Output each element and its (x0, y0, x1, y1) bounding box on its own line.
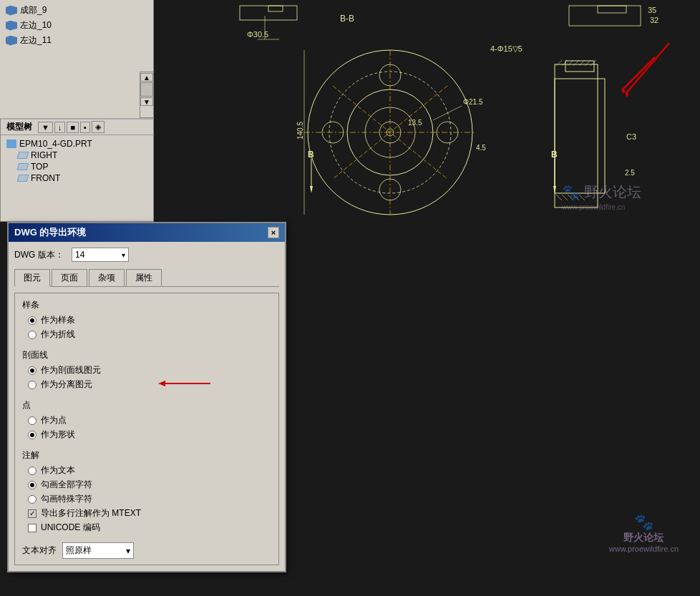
dwg-version-row: DWG 版本： 14 ▾ (14, 248, 279, 262)
tree-list: 成部_9 左边_10 左边_11 (0, 0, 153, 51)
group-hatch: 剖面线 作为剖面线图元 作为分离图元 (22, 349, 271, 391)
tree-item-zuobian10[interactable]: 左边_10 (3, 18, 150, 33)
component-icon-3 (6, 36, 17, 46)
tab-shuxing[interactable]: 属性 (126, 269, 162, 286)
radio-as-hatch-entity[interactable]: 作为剖面线图元 (28, 364, 271, 376)
radio-label-hatch: 作为剖面线图元 (41, 364, 101, 376)
model-item-top[interactable]: TOP (15, 161, 150, 172)
model-tree-btn3[interactable]: ■ (67, 122, 79, 133)
radio-as-shape[interactable]: 作为形状 (28, 429, 271, 441)
checkbox-label-unicode: UNICODE 编码 (41, 522, 100, 534)
model-item-epm[interactable]: EPM10_4-GD.PRT (4, 138, 150, 150)
checkbox-icon-mtext[interactable] (28, 509, 37, 518)
checkbox-unicode[interactable]: UNICODE 编码 (28, 522, 271, 534)
red-arrow-indicator (157, 375, 214, 393)
model-item-right[interactable]: RIGHT (15, 150, 150, 161)
model-item-label-top: TOP (31, 162, 48, 172)
group-hatch-title: 剖面线 (22, 349, 271, 361)
radio-as-polyline[interactable]: 作为折线 (28, 328, 271, 341)
text-align-row: 文本对齐 照原样 ▾ (22, 542, 271, 559)
radio-icon-separate[interactable] (28, 381, 37, 389)
dwg-version-value: 14 (75, 250, 84, 260)
dialog-body: DWG 版本： 14 ▾ 图元 页面 杂项 属性 样条 作为样条 (9, 242, 285, 571)
radio-label-sketch-all: 勾画全部字符 (41, 479, 92, 491)
text-align-label: 文本对齐 (22, 544, 57, 557)
tree-item-label-3: 左边_11 (20, 34, 52, 47)
svg-text:Φ30.5: Φ30.5 (247, 30, 268, 39)
tab-tuyuan[interactable]: 图元 (14, 269, 50, 287)
dwg-dialog: DWG 的导出环境 × DWG 版本： 14 ▾ 图元 页面 杂项 属性 样条 (7, 222, 286, 572)
dialog-close-button[interactable]: × (268, 227, 279, 238)
text-align-dropdown-icon: ▾ (126, 546, 130, 556)
radio-as-spline[interactable]: 作为样条 (28, 314, 271, 326)
radio-as-text[interactable]: 作为文本 (28, 464, 271, 477)
group-annotation: 注解 作为文本 勾画全部字符 勾画特殊字符 导出多行注解作为 MTEXT (22, 449, 271, 534)
group-point-title: 点 (22, 399, 271, 411)
svg-text:4.5: 4.5 (476, 144, 486, 152)
text-align-value: 照原样 (66, 544, 92, 557)
tab-zaxiang[interactable]: 杂项 (89, 269, 125, 286)
radio-icon-spline[interactable] (28, 316, 37, 325)
radio-label-point: 作为点 (41, 414, 67, 426)
scrollbar[interactable]: ▲ ▼ (140, 72, 154, 118)
select-dropdown-icon: ▾ (122, 251, 125, 259)
model-item-front[interactable]: FRONT (15, 172, 150, 184)
svg-text:B: B (308, 150, 314, 160)
model-tree-filter-btn[interactable]: ↓ (54, 122, 66, 133)
dwg-version-select[interactable]: 14 ▾ (72, 248, 129, 262)
radio-icon-polyline[interactable] (28, 331, 37, 339)
svg-text:B-B: B-B (340, 14, 354, 24)
tree-item-zuobian11[interactable]: 左边_11 (3, 33, 150, 48)
radio-icon-sketch-all[interactable] (28, 481, 37, 489)
radio-label-separate: 作为分离图元 (41, 378, 92, 391)
radio-icon-sketch-special[interactable] (28, 495, 37, 504)
tree-item-label-2: 左边_10 (20, 19, 52, 31)
plane-icon-top (17, 163, 29, 170)
model-item-label-front: FRONT (31, 173, 60, 183)
model-tree-btn4[interactable]: ▪ (80, 122, 90, 133)
model-tree-panel: 模型树 ▼ ↓ ■ ▪ ◈ EPM10_4-GD.PRT RIGHT TOP F… (0, 118, 154, 222)
radio-sketch-all-chars[interactable]: 勾画全部字符 (28, 479, 271, 491)
radio-label-spline: 作为样条 (41, 314, 75, 326)
svg-text:35: 35 (648, 6, 656, 14)
dialog-tabs: 图元 页面 杂项 属性 (14, 269, 279, 287)
radio-icon-hatch[interactable] (28, 366, 37, 375)
scroll-thumb[interactable] (140, 82, 153, 97)
tree-item-label: 成部_9 (20, 4, 47, 16)
plane-icon-front (17, 175, 29, 182)
radio-icon-shape[interactable] (28, 431, 37, 439)
model-tree-settings-btn[interactable]: ▼ (38, 122, 53, 133)
svg-marker-62 (158, 381, 165, 386)
model-item-label-right: RIGHT (31, 150, 57, 160)
tab-yemian[interactable]: 页面 (52, 269, 87, 286)
radio-sketch-special-chars[interactable]: 勾画特殊字符 (28, 493, 271, 505)
scroll-down[interactable]: ▼ (140, 97, 153, 106)
dialog-titlebar: DWG 的导出环境 × (9, 223, 285, 242)
text-align-select[interactable]: 照原样 ▾ (62, 542, 134, 559)
checkbox-icon-unicode[interactable] (28, 524, 37, 532)
group-annotation-title: 注解 (22, 449, 271, 461)
svg-text:32: 32 (650, 16, 658, 24)
component-icon-2 (6, 21, 17, 31)
model-tree-btn5[interactable]: ◈ (92, 121, 104, 133)
group-point: 点 作为点 作为形状 (22, 399, 271, 441)
model-tree-items: EPM10_4-GD.PRT RIGHT TOP FRONT (1, 135, 153, 187)
svg-text:B: B (551, 150, 558, 160)
radio-as-separate-entity[interactable]: 作为分离图元 (28, 378, 271, 391)
scroll-up[interactable]: ▲ (140, 73, 153, 82)
svg-text:2.5: 2.5 (625, 169, 635, 177)
dialog-title: DWG 的导出环境 (14, 226, 86, 239)
cad-drawing: B-B Φ30.5 35 32 4-Φ15▽5 13.5 (154, 0, 700, 222)
checkbox-mtext[interactable]: 导出多行注解作为 MTEXT (28, 507, 271, 519)
model-tree-toolbar: 模型树 ▼ ↓ ■ ▪ ◈ (1, 119, 153, 135)
svg-text:🐾 野火论坛: 🐾 野火论坛 (562, 183, 641, 200)
left-tree-panel: 成部_9 左边_10 左边_11 (0, 0, 154, 118)
svg-text:www.proewildfire.cn: www.proewildfire.cn (561, 203, 625, 211)
component-icon (6, 6, 17, 16)
radio-label-text: 作为文本 (41, 464, 75, 477)
radio-as-point[interactable]: 作为点 (28, 414, 271, 426)
tree-item-chengbu9[interactable]: 成部_9 (3, 3, 150, 18)
radio-icon-text[interactable] (28, 466, 37, 475)
radio-label-shape: 作为形状 (41, 429, 75, 441)
radio-icon-point[interactable] (28, 416, 37, 425)
